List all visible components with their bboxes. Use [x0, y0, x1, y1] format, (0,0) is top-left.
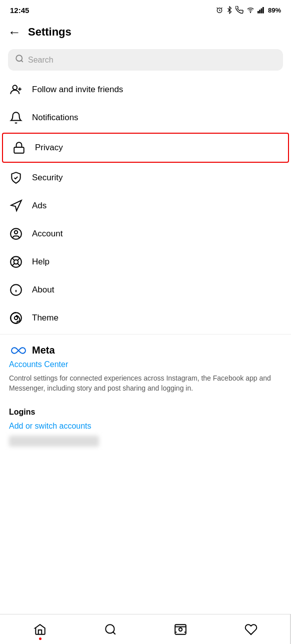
- svg-line-21: [12, 263, 14, 266]
- accounts-center-link[interactable]: Accounts Center: [9, 360, 282, 369]
- security-label: Security: [32, 173, 62, 183]
- meta-section: Meta Accounts Center Control settings fo…: [0, 337, 291, 401]
- back-button[interactable]: ←: [8, 26, 21, 39]
- theme-label: Theme: [32, 313, 58, 323]
- svg-rect-6: [261, 9, 262, 14]
- battery-text: 89%: [268, 7, 281, 14]
- privacy-label: Privacy: [35, 143, 63, 153]
- svg-line-2: [220, 11, 220, 11]
- account-label: Account: [32, 229, 62, 239]
- blurred-account-item: [9, 436, 99, 447]
- svg-point-17: [14, 260, 18, 264]
- shield-icon: [9, 171, 23, 185]
- nav-heart[interactable]: [236, 617, 266, 642]
- bottom-nav: [0, 614, 291, 644]
- meta-logo-icon: [9, 345, 28, 356]
- svg-point-27: [106, 624, 114, 633]
- heart-icon: [244, 623, 258, 636]
- svg-rect-7: [262, 7, 264, 14]
- svg-line-9: [21, 60, 22, 62]
- svg-rect-4: [258, 11, 259, 14]
- svg-point-15: [14, 231, 18, 234]
- help-label: Help: [32, 257, 50, 267]
- menu-item-help[interactable]: Help: [0, 248, 291, 276]
- add-switch-link[interactable]: Add or switch accounts: [9, 422, 282, 431]
- status-time: 12:45: [10, 6, 29, 15]
- lifebuoy-icon: [9, 255, 23, 269]
- svg-line-18: [12, 258, 14, 260]
- menu-item-account[interactable]: Account: [0, 220, 291, 248]
- lock-icon: [12, 141, 26, 155]
- settings-menu: Follow and invite friends Notifications …: [0, 76, 291, 332]
- svg-point-30: [179, 627, 182, 631]
- svg-rect-29: [175, 624, 186, 634]
- svg-line-20: [18, 258, 20, 260]
- reels-icon: [174, 623, 187, 636]
- search-nav-icon: [104, 623, 117, 636]
- megaphone-icon: [9, 199, 23, 213]
- follow-label: Follow and invite friends: [32, 85, 123, 95]
- nav-home[interactable]: [25, 617, 55, 642]
- menu-item-privacy[interactable]: Privacy: [2, 133, 289, 163]
- menu-item-about[interactable]: About: [0, 276, 291, 304]
- svg-line-28: [113, 632, 116, 634]
- info-circle-icon: [9, 283, 23, 297]
- logins-section: Logins Add or switch accounts: [0, 401, 291, 450]
- svg-point-3: [250, 12, 250, 13]
- menu-item-security[interactable]: Security: [0, 164, 291, 192]
- nav-reels[interactable]: [166, 617, 196, 642]
- svg-point-10: [13, 85, 18, 90]
- search-bar[interactable]: Search: [8, 49, 283, 71]
- search-placeholder: Search: [28, 56, 54, 65]
- palette-icon: [9, 311, 23, 325]
- notifications-label: Notifications: [32, 113, 78, 123]
- menu-item-follow[interactable]: Follow and invite friends: [0, 76, 291, 104]
- menu-item-notifications[interactable]: Notifications: [0, 104, 291, 132]
- bell-icon: [9, 111, 23, 125]
- svg-point-26: [14, 316, 18, 320]
- meta-description: Control settings for connected experienc…: [9, 373, 282, 394]
- person-add-icon: [9, 83, 23, 97]
- header: ← Settings: [0, 18, 291, 46]
- nav-search[interactable]: [96, 617, 126, 642]
- search-icon: [15, 54, 24, 66]
- about-label: About: [32, 285, 54, 295]
- home-icon: [34, 623, 46, 636]
- menu-item-ads[interactable]: Ads: [0, 192, 291, 220]
- menu-item-theme[interactable]: Theme: [0, 304, 291, 332]
- logins-title: Logins: [9, 408, 282, 417]
- svg-rect-13: [14, 147, 24, 153]
- meta-logo: Meta: [9, 345, 282, 356]
- page-title: Settings: [28, 26, 72, 39]
- status-bar: 12:45 89%: [0, 0, 291, 18]
- person-circle-icon: [9, 227, 23, 241]
- status-icons: 89%: [216, 6, 281, 14]
- svg-rect-5: [259, 10, 260, 13]
- home-dot: [39, 637, 42, 640]
- meta-text: Meta: [32, 345, 55, 356]
- section-divider: [0, 334, 291, 335]
- svg-point-8: [16, 55, 22, 61]
- ads-label: Ads: [32, 201, 46, 211]
- svg-line-19: [18, 263, 20, 266]
